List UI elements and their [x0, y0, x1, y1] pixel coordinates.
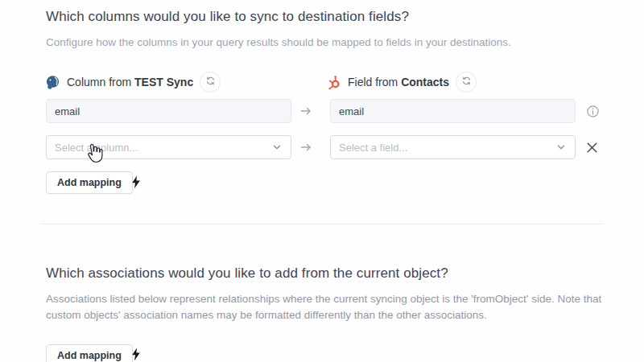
- section-divider: [40, 224, 604, 224]
- source-header-label: Column from TEST Sync: [67, 76, 193, 88]
- destination-field-header: Field from Contacts: [326, 72, 477, 93]
- source-column-value[interactable]: [55, 105, 283, 117]
- source-column-header: Column from TEST Sync: [45, 72, 221, 93]
- source-column-input-row1[interactable]: [46, 99, 291, 123]
- refresh-source-columns-button[interactable]: [200, 72, 221, 93]
- close-icon: [584, 146, 600, 158]
- refresh-destination-fields-button[interactable]: [456, 72, 477, 93]
- mapping-section-title: Which columns would you like to sync to …: [46, 9, 409, 25]
- destination-field-input-row1[interactable]: [330, 99, 576, 123]
- add-association-mapping-button[interactable]: Add mapping: [46, 344, 133, 362]
- postgresql-icon: [45, 75, 60, 90]
- chevron-down-icon: [271, 142, 283, 153]
- mapping-section-subtitle: Configure how the columns in your query …: [46, 36, 511, 48]
- sync-config-panel: Which columns would you like to sync to …: [0, 0, 644, 362]
- lightning-bolt-icon: [131, 348, 141, 361]
- chevron-down-icon: [555, 142, 567, 153]
- refresh-icon: [461, 76, 472, 88]
- destination-header-label: Field from Contacts: [348, 76, 449, 88]
- associations-section-title: Which associations would you like to add…: [46, 265, 448, 282]
- select-field-dropdown[interactable]: Select a field...: [330, 135, 576, 159]
- destination-field-value[interactable]: [339, 105, 567, 117]
- lightning-bolt-icon: [131, 175, 141, 189]
- info-icon: [586, 109, 600, 121]
- refresh-icon: [205, 76, 216, 88]
- arrow-right-icon: [299, 105, 312, 117]
- hubspot-icon: [326, 75, 341, 90]
- select-column-placeholder: Select a column...: [55, 142, 138, 154]
- add-mapping-button[interactable]: Add mapping: [46, 171, 133, 194]
- select-column-dropdown[interactable]: Select a column...: [46, 135, 291, 159]
- associations-description: Associations listed below represent rela…: [46, 291, 607, 323]
- select-field-placeholder: Select a field...: [339, 142, 407, 154]
- remove-row-button[interactable]: [584, 140, 600, 155]
- row1-info-button[interactable]: [586, 105, 600, 118]
- arrow-right-icon: [299, 141, 312, 154]
